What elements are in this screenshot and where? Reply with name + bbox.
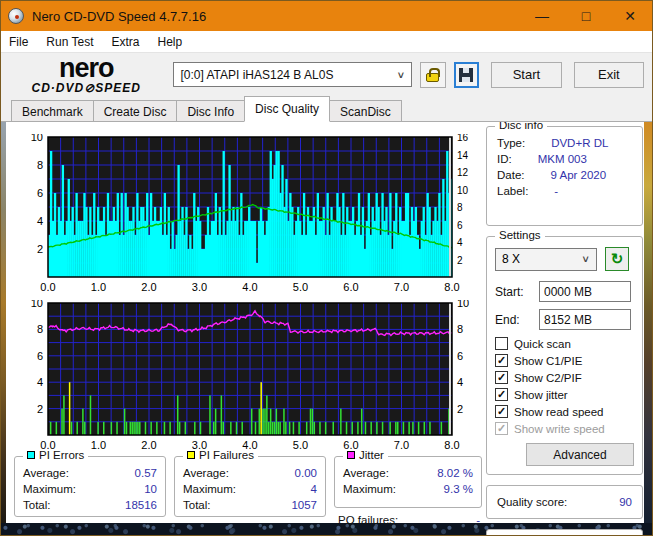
svg-text:8.0: 8.0	[444, 439, 459, 451]
window-skin-right-edge	[644, 122, 652, 523]
speed-select-value: 8 X	[502, 252, 581, 266]
pif-average-label: Average:	[183, 467, 229, 479]
tab-create-disc[interactable]: Create Disc	[93, 100, 178, 122]
checkbox-icon	[495, 405, 508, 418]
show-c1-pie-checkbox[interactable]: Show C1/PIE	[495, 354, 634, 367]
minimize-button[interactable]: —	[520, 1, 564, 31]
svg-text:8: 8	[457, 323, 463, 335]
menu-extra[interactable]: Extra	[111, 35, 139, 49]
close-button[interactable]: ✕	[608, 1, 652, 31]
svg-text:6.0: 6.0	[343, 281, 358, 293]
jitter-maximum-label: Maximum:	[343, 483, 396, 495]
tab-strip: Benchmark Create Disc Disc Info Disc Qua…	[1, 96, 652, 122]
refresh-icon: ↻	[611, 250, 624, 268]
disc-label-value: -	[554, 185, 632, 197]
lock-icon	[426, 73, 439, 82]
save-button[interactable]	[454, 62, 480, 88]
disc-type-label: Type:	[497, 137, 525, 149]
quality-score-panel: Quality score:90	[486, 485, 643, 519]
speed-select[interactable]: 8 X ∨	[495, 248, 597, 271]
tab-disc-quality[interactable]: Disc Quality	[244, 96, 330, 122]
jitter-average-value: 8.02 %	[437, 467, 473, 479]
svg-text:8: 8	[37, 159, 43, 171]
show-write-speed-label: Show write speed	[514, 423, 605, 435]
advanced-button[interactable]: Advanced	[526, 443, 634, 466]
maximize-button[interactable]: □	[564, 1, 608, 31]
pi-errors-title: PI Errors	[39, 449, 84, 461]
right-panel: Disc info Type:DVD+R DL ID:MKM 003 Date:…	[486, 126, 643, 536]
disc-date-label: Date:	[497, 169, 525, 181]
disc-date-value: 9 Apr 2020	[551, 169, 633, 181]
svg-text:16: 16	[457, 134, 469, 143]
show-write-speed-checkbox: Show write speed	[495, 422, 634, 435]
pi-failures-chart: 2468102468100.01.02.03.04.05.06.07.08.0	[10, 300, 482, 460]
jitter-panel: Jitter Average:8.02 % Maximum:9.3 %	[334, 456, 482, 508]
svg-text:2: 2	[457, 403, 463, 415]
show-read-speed-checkbox[interactable]: Show read speed	[495, 405, 634, 418]
app-window: Nero CD-DVD Speed 4.7.7.16 — □ ✕ File Ru…	[0, 0, 653, 536]
nero-logo-text: nero	[9, 55, 163, 82]
po-failures-label: PO failures:	[338, 514, 398, 526]
checkbox-icon	[495, 354, 508, 367]
pie-average-label: Average:	[23, 467, 69, 479]
nero-logo: nero CD·DVD⊘SPEED	[9, 55, 163, 94]
quick-scan-checkbox[interactable]: Quick scan	[495, 337, 634, 350]
pif-average-value: 0.00	[295, 467, 317, 479]
pi-errors-panel: PI Errors Average:0.57 Maximum:10 Total:…	[14, 456, 166, 517]
show-read-speed-label: Show read speed	[514, 406, 604, 418]
exit-button[interactable]: Exit	[574, 62, 644, 88]
menu-help[interactable]: Help	[158, 35, 183, 49]
svg-text:5.0: 5.0	[293, 439, 308, 451]
svg-text:4: 4	[37, 376, 43, 388]
quality-score-value: 90	[619, 496, 632, 508]
quick-scan-label: Quick scan	[514, 338, 571, 350]
show-c2-pif-checkbox[interactable]: Show C2/PIF	[495, 371, 634, 384]
svg-text:8.0: 8.0	[444, 281, 459, 293]
tab-benchmark[interactable]: Benchmark	[11, 100, 94, 122]
toolbar: nero CD·DVD⊘SPEED [0:0] ATAPI iHAS124 B …	[1, 53, 652, 96]
svg-text:2.0: 2.0	[141, 439, 156, 451]
tab-disc-info[interactable]: Disc Info	[176, 100, 245, 122]
refresh-speeds-button[interactable]: ↻	[605, 247, 629, 271]
menu-run-test[interactable]: Run Test	[46, 35, 93, 49]
save-icon	[459, 68, 473, 82]
pie-total-value: 18516	[125, 499, 157, 511]
disc-id-label: ID:	[497, 153, 512, 165]
svg-text:14: 14	[457, 150, 469, 161]
svg-text:6: 6	[457, 350, 463, 362]
jitter-title: Jitter	[359, 449, 384, 461]
svg-text:7.0: 7.0	[394, 439, 409, 451]
tab-scandisc[interactable]: ScanDisc	[329, 100, 402, 122]
show-jitter-label: Show jitter	[514, 389, 568, 401]
end-field[interactable]	[539, 309, 631, 330]
pie-average-value: 0.57	[135, 467, 157, 479]
start-button[interactable]: Start	[491, 62, 561, 88]
svg-text:6: 6	[37, 350, 43, 362]
svg-text:10: 10	[457, 300, 469, 309]
drive-select-value: [0:0] ATAPI iHAS124 B AL0S	[180, 68, 396, 82]
pie-maximum-label: Maximum:	[23, 483, 76, 495]
window-title: Nero CD-DVD Speed 4.7.7.16	[32, 9, 520, 24]
settings-title: Settings	[499, 229, 541, 241]
svg-text:6: 6	[457, 220, 463, 231]
po-failures-value: -	[476, 514, 480, 526]
svg-text:3.0: 3.0	[192, 281, 207, 293]
disc-info-panel: Disc info Type:DVD+R DL ID:MKM 003 Date:…	[486, 126, 643, 226]
menu-bar: File Run Test Extra Help	[1, 31, 652, 53]
chevron-down-icon: ∨	[581, 253, 590, 264]
drive-select[interactable]: [0:0] ATAPI iHAS124 B AL0S ∨	[173, 62, 412, 87]
show-jitter-checkbox[interactable]: Show jitter	[495, 388, 634, 401]
svg-text:4: 4	[37, 215, 43, 227]
jitter-average-label: Average:	[343, 467, 389, 479]
menu-file[interactable]: File	[9, 35, 28, 49]
svg-text:8: 8	[37, 323, 43, 335]
start-field[interactable]	[539, 281, 631, 302]
svg-text:1.0: 1.0	[91, 439, 106, 451]
pif-total-value: 1057	[291, 499, 317, 511]
jitter-maximum-value: 9.3 %	[444, 483, 473, 495]
svg-text:1.0: 1.0	[91, 281, 106, 293]
pif-total-label: Total:	[183, 499, 211, 511]
svg-text:2: 2	[457, 255, 463, 266]
lock-drive-button[interactable]	[420, 62, 445, 88]
disc-quality-page: 2468102468101214160.01.02.03.04.05.06.07…	[6, 122, 644, 523]
